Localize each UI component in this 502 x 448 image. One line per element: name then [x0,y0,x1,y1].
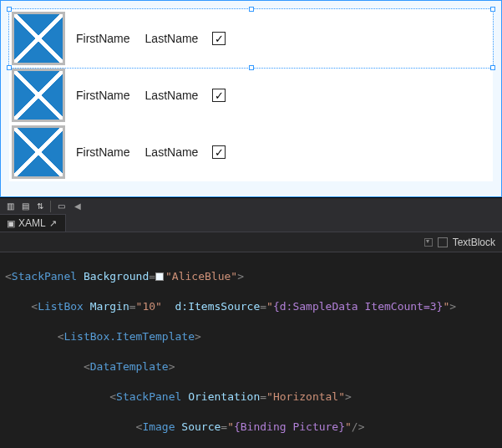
color-swatch-icon [155,272,164,281]
image-placeholder-icon [12,69,65,122]
checkbox-preview[interactable]: ✓ [212,89,226,102]
image-placeholder-icon [12,125,65,179]
popout-icon[interactable]: ↗ [49,218,57,229]
lastname-text: LastName [141,32,203,45]
collapse-pane-button[interactable]: ▭ [54,201,68,212]
breadcrumb-dropdown-icon[interactable] [424,238,433,247]
xaml-code-editor[interactable]: <StackPanel Background="AliceBlue"> <Lis… [0,252,502,448]
firstname-text: FirstName [72,145,134,159]
firstname-text: FirstName [72,89,134,102]
element-breadcrumb-bar: TextBlock [0,232,502,252]
xaml-code-icon: ▣ [7,218,15,229]
image-placeholder-icon [12,12,65,65]
lastname-text: LastName [141,145,203,159]
list-item[interactable]: FirstName LastName ✓ [10,10,492,67]
editor-tab-strip: ▣ XAML ↗ [0,214,502,232]
scroll-left-icon[interactable]: ◀ [71,201,84,212]
listbox-preview: FirstName LastName ✓ FirstName LastName … [9,9,493,181]
tab-label: XAML [18,217,46,229]
pane-splitter-toolbar: ▥ ▤ ⇅ ▭ ◀ [0,197,502,214]
firstname-text: FirstName [72,32,134,45]
tab-xaml[interactable]: ▣ XAML ↗ [0,214,66,232]
breadcrumb-element-label[interactable]: TextBlock [453,237,495,248]
textblock-element-icon [438,237,448,247]
swap-panes-button[interactable]: ⇅ [33,201,47,212]
lastname-text: LastName [141,89,203,102]
split-vertical-button[interactable]: ▥ [3,201,17,212]
xaml-design-surface[interactable]: FirstName LastName ✓ FirstName LastName … [0,0,502,197]
checkbox-preview[interactable]: ✓ [212,32,226,45]
list-item[interactable]: FirstName LastName ✓ [10,124,492,181]
checkbox-preview[interactable]: ✓ [212,145,226,159]
list-item[interactable]: FirstName LastName ✓ [10,67,492,124]
split-horizontal-button[interactable]: ▤ [18,201,32,212]
